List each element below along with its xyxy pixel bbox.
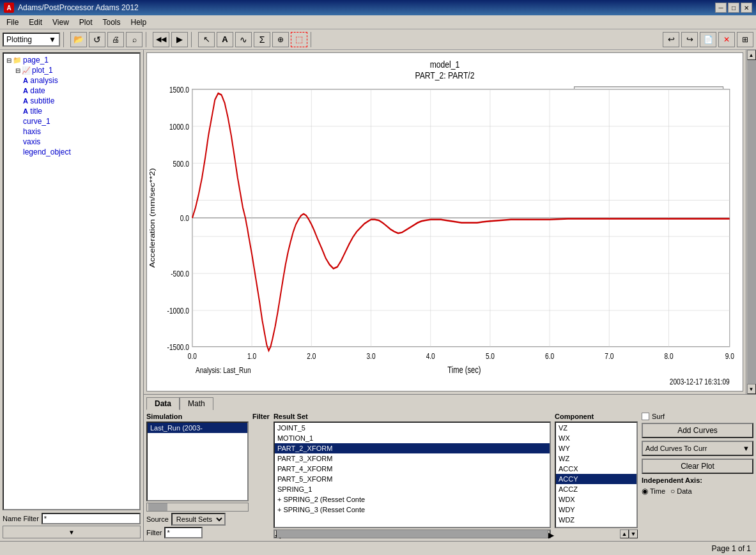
tb-fwd-btn[interactable]: ↪ (681, 32, 698, 47)
comp-wdy[interactable]: WDY (556, 505, 636, 515)
minimize-button[interactable]: ─ (715, 3, 727, 13)
tree-item-subtitle[interactable]: A subtitle (5, 96, 138, 106)
svg-text:Analysis: Last_Run: Analysis: Last_Run (196, 366, 251, 374)
comp-wx[interactable]: WX (556, 433, 636, 443)
comp-vz[interactable]: VZ (556, 423, 636, 433)
rs-part4xform[interactable]: PART_4_XFORM (275, 464, 550, 474)
curve-edit-btn[interactable]: ∿ (235, 32, 252, 47)
name-filter-dropdown-btn[interactable]: ▼ (3, 526, 141, 538)
comp-accx[interactable]: ACCX (556, 464, 636, 474)
zoom-btn[interactable]: ⊕ (272, 32, 289, 47)
add-curves-to-curr-dropdown[interactable]: Add Curves To Curr ▼ (642, 441, 753, 456)
svg-text:9.0: 9.0 (725, 352, 734, 360)
rs-joint5[interactable]: JOINT_5 (275, 423, 550, 433)
tree-item-date[interactable]: A date (5, 86, 138, 96)
tb-back-btn[interactable]: ↩ (663, 32, 679, 47)
scroll-up-btn[interactable]: ▲ (747, 50, 756, 60)
sim-scroll-thumb[interactable] (148, 503, 167, 511)
rs-spring3[interactable]: + SPRING_3 (Resset Conte (275, 505, 550, 515)
titlebar: A Adams/PostProcessor Adams 2012 ─ □ ✕ (0, 0, 756, 15)
comp-accz[interactable]: ACCZ (556, 484, 636, 494)
comp-wdz[interactable]: WDZ (556, 515, 636, 525)
open-folder-btn[interactable]: 📂 (70, 32, 87, 47)
svg-text:5.0: 5.0 (486, 352, 495, 360)
tree-item-page1[interactable]: ⊟ 📁 page_1 (5, 55, 138, 65)
text-btn[interactable]: A (217, 32, 233, 47)
chart-area: model_1 PART_2: PART/2 PART_2_XFORM.ACCY (146, 52, 743, 392)
title-label: title (30, 107, 42, 116)
result-scroll-thumb[interactable] (277, 530, 548, 538)
select-rect-btn[interactable]: ⬚ (291, 32, 307, 47)
radio-data[interactable]: ○ Data (670, 487, 692, 496)
filter-input[interactable] (164, 527, 203, 538)
radio-time-icon: ◉ (642, 487, 648, 496)
tree-item-vaxis[interactable]: vaxis (5, 137, 138, 147)
print-btn[interactable]: 🖨 (107, 32, 124, 47)
rs-part5xform[interactable]: PART_5_XFORM (275, 474, 550, 484)
first-btn[interactable]: ◀◀ (153, 32, 169, 47)
comp-wy[interactable]: WY (556, 443, 636, 453)
app-icon: A (4, 3, 14, 13)
chart-title-line2: PART_2: PART/2 (415, 70, 475, 81)
source-select[interactable]: Result Sets (171, 513, 226, 526)
rs-part3xform[interactable]: PART_3_XFORM (275, 453, 550, 464)
menu-plot[interactable]: Plot (75, 17, 96, 27)
comp-scroll-down[interactable]: ▼ (629, 529, 638, 538)
source-label: Source (146, 515, 169, 523)
menu-tools[interactable]: Tools (99, 17, 125, 27)
sigma-btn[interactable]: Σ (254, 32, 270, 47)
tree-item-curve1[interactable]: curve_1 (5, 116, 138, 126)
maximize-button[interactable]: □ (728, 3, 739, 13)
search2-btn[interactable]: ⌕ (126, 32, 143, 47)
a-icon-date: A (23, 87, 28, 95)
mode-label: Plotting (6, 35, 32, 44)
simulation-list[interactable]: Last_Run (2003- (146, 422, 249, 501)
tree-item-haxis[interactable]: haxis (5, 126, 138, 137)
component-list[interactable]: VZ WX WY WZ ACCX ACCY ACCZ WDX WDY WDZ (555, 422, 638, 528)
scroll-down-btn[interactable]: ▼ (747, 384, 756, 394)
sim-list-item-lastrun[interactable]: Last_Run (2003- (148, 423, 247, 433)
tree-view: ⊟ 📁 page_1 ⊟ 📈 plot_1 A analysis A date (3, 52, 141, 510)
tab-data[interactable]: Data (146, 397, 180, 410)
rs-motion1[interactable]: MOTION_1 (275, 433, 550, 443)
tree-item-analysis[interactable]: A analysis (5, 75, 138, 86)
surf-label: Surf (652, 413, 665, 420)
tree-item-title[interactable]: A title (5, 106, 138, 116)
menu-edit[interactable]: Edit (25, 17, 46, 27)
titlebar-buttons: ─ □ ✕ (715, 3, 752, 13)
menu-help[interactable]: Help (127, 17, 151, 27)
refresh-btn[interactable]: ↺ (89, 32, 105, 47)
tb-new-btn[interactable]: 📄 (700, 32, 716, 47)
name-filter-input[interactable] (42, 513, 141, 524)
scroll-track[interactable] (747, 60, 756, 384)
rs-spring2[interactable]: + SPRING_2 (Resset Conte (275, 494, 550, 505)
menu-view[interactable]: View (49, 17, 73, 27)
mode-dropdown[interactable]: Plotting ▼ (3, 33, 60, 47)
a-icon-analysis: A (23, 77, 28, 84)
scroll-right-btn[interactable]: ▶ (548, 530, 550, 538)
comp-scroll-up[interactable]: ▲ (620, 529, 629, 538)
tabs: Data Math (146, 397, 753, 410)
cursor-btn[interactable]: ↖ (198, 32, 215, 47)
result-set-list[interactable]: JOINT_5 MOTION_1 PART_2_XFORM PART_3_XFO… (274, 422, 551, 528)
tree-item-plot1[interactable]: ⊟ 📈 plot_1 (5, 65, 138, 75)
radio-time[interactable]: ◉ Time (642, 487, 665, 496)
surf-checkbox[interactable] (642, 413, 649, 420)
tb-close-btn[interactable]: ✕ (718, 32, 735, 47)
tb-layout-btn[interactable]: ⊞ (737, 32, 753, 47)
tree-item-legend[interactable]: legend_object (5, 147, 138, 157)
comp-accy[interactable]: ACCY (556, 474, 636, 484)
close-button[interactable]: ✕ (741, 3, 752, 13)
menu-file[interactable]: File (3, 17, 22, 27)
rs-spring1[interactable]: SPRING_1 (275, 484, 550, 494)
add-curves-button[interactable]: Add Curves (642, 423, 753, 438)
comp-wdx[interactable]: WDX (556, 494, 636, 505)
tab-math[interactable]: Math (180, 397, 213, 410)
rs-part2xform[interactable]: PART_2_XFORM (275, 443, 550, 453)
result-set-label: Result Set (274, 413, 551, 420)
svg-text:0.0: 0.0 (180, 214, 189, 222)
comp-wz[interactable]: WZ (556, 453, 636, 464)
play-btn[interactable]: ▶ (171, 32, 188, 47)
add-curves-to-curr-label: Add Curves To Curr (645, 445, 707, 452)
clear-plot-button[interactable]: Clear Plot (642, 459, 753, 474)
